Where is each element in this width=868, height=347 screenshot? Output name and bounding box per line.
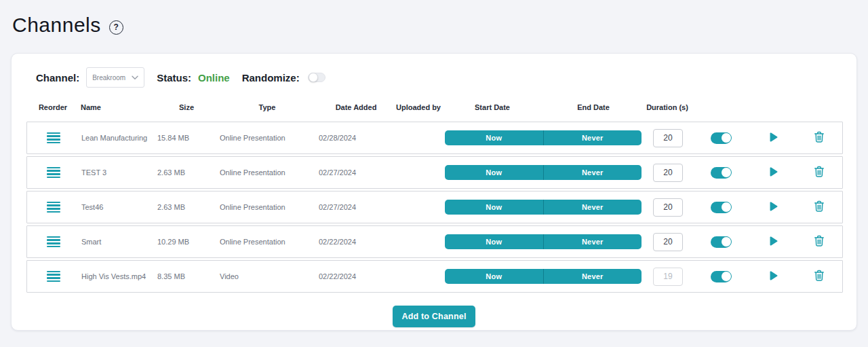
- toggle-knob: [309, 73, 318, 82]
- delete-cell: [795, 234, 844, 250]
- drag-handle-icon[interactable]: [47, 236, 60, 247]
- preview-cell: [750, 130, 795, 146]
- status-value: Online: [198, 72, 230, 84]
- play-icon: [766, 200, 779, 213]
- drag-handle-icon[interactable]: [47, 271, 60, 282]
- table-row: Lean Manufacturing 15.84 MB Online Prese…: [26, 122, 843, 154]
- start-date-button[interactable]: Now: [445, 269, 544, 284]
- name-cell: High Vis Vests.mp4: [80, 272, 156, 280]
- channel-card: Channel: Breakroom Status: Online Random…: [11, 53, 857, 331]
- preview-cell: [750, 269, 795, 285]
- enabled-cell: [692, 236, 750, 248]
- delete-button[interactable]: [812, 199, 826, 215]
- reorder-cell: [27, 132, 80, 143]
- table-body: Lean Manufacturing 15.84 MB Online Prese…: [26, 122, 843, 293]
- col-header-end-date: End Date: [543, 103, 644, 111]
- play-button[interactable]: [766, 200, 779, 215]
- size-cell: 2.63 MB: [156, 203, 218, 211]
- randomize-label: Randomize:: [242, 72, 300, 84]
- table-row: Test46 2.63 MB Online Presentation 02/27…: [26, 191, 843, 223]
- schedule-buttons: Now Never: [445, 130, 642, 145]
- date-added-cell: 02/27/2024: [317, 168, 396, 177]
- col-header-type: Type: [218, 103, 317, 111]
- add-to-channel-button[interactable]: Add to Channel: [393, 306, 475, 327]
- delete-button[interactable]: [812, 268, 826, 285]
- schedule-buttons: Now Never: [445, 269, 642, 284]
- table-row: Smart 10.29 MB Online Presentation 02/22…: [26, 225, 843, 258]
- channel-label: Channel:: [36, 72, 79, 84]
- drag-handle-icon[interactable]: [47, 167, 60, 178]
- start-date-button[interactable]: Now: [445, 165, 544, 180]
- enabled-toggle[interactable]: [711, 271, 731, 282]
- table-header-row: Reorder Name Size Type Date Added Upload…: [26, 97, 843, 117]
- type-cell: Online Presentation: [218, 168, 317, 177]
- duration-input[interactable]: [653, 198, 683, 217]
- col-header-name: Name: [79, 103, 155, 111]
- toggle-knob: [721, 271, 732, 282]
- drag-handle-icon[interactable]: [47, 132, 60, 143]
- trash-icon: [812, 164, 826, 179]
- enabled-cell: [692, 167, 750, 179]
- enabled-cell: [692, 132, 750, 144]
- end-date-button[interactable]: Never: [544, 130, 642, 145]
- enabled-toggle[interactable]: [711, 167, 731, 179]
- trash-icon: [812, 268, 826, 282]
- end-date-button[interactable]: Never: [544, 269, 642, 284]
- duration-cell: [644, 268, 692, 286]
- status-label: Status:: [157, 72, 191, 84]
- schedule-buttons: Now Never: [445, 165, 642, 180]
- date-added-cell: 02/27/2024: [317, 203, 396, 211]
- delete-button[interactable]: [812, 130, 826, 146]
- enabled-toggle[interactable]: [711, 236, 731, 248]
- channel-select[interactable]: Breakroom: [86, 67, 144, 88]
- preview-cell: [750, 200, 795, 215]
- reorder-cell: [27, 202, 80, 213]
- table-row: TEST 3 2.63 MB Online Presentation 02/27…: [26, 156, 843, 189]
- type-cell: Online Presentation: [218, 203, 317, 211]
- duration-input[interactable]: [653, 268, 683, 286]
- col-header-uploaded-by: Uploaded by: [395, 103, 441, 111]
- type-cell: Online Presentation: [218, 134, 317, 142]
- duration-input[interactable]: [653, 129, 683, 147]
- size-cell: 15.84 MB: [156, 134, 218, 142]
- help-icon[interactable]: ?: [109, 20, 123, 35]
- delete-button[interactable]: [812, 164, 826, 181]
- duration-input[interactable]: [653, 164, 683, 182]
- schedule-buttons: Now Never: [445, 200, 642, 215]
- start-date-button[interactable]: Now: [445, 234, 544, 249]
- drag-handle-icon[interactable]: [47, 202, 60, 213]
- play-button[interactable]: [766, 234, 779, 250]
- media-table: Reorder Name Size Type Date Added Upload…: [26, 97, 843, 293]
- start-date-button[interactable]: Now: [445, 200, 544, 215]
- preview-cell: [750, 165, 795, 181]
- size-cell: 8.35 MB: [156, 272, 218, 280]
- table-row: High Vis Vests.mp4 8.35 MB Video 02/22/2…: [26, 260, 843, 293]
- page-title: Channels: [12, 14, 101, 37]
- play-button[interactable]: [766, 130, 779, 146]
- trash-icon: [812, 234, 826, 248]
- toggle-knob: [721, 236, 732, 247]
- name-cell: Lean Manufacturing: [80, 134, 156, 142]
- end-date-button[interactable]: Never: [544, 165, 642, 180]
- name-cell: Smart: [80, 238, 156, 246]
- delete-cell: [795, 130, 844, 146]
- enabled-toggle[interactable]: [711, 132, 731, 144]
- duration-cell: [644, 198, 692, 217]
- randomize-toggle[interactable]: [308, 73, 326, 82]
- col-header-start-date: Start Date: [441, 103, 543, 111]
- date-added-cell: 02/28/2024: [317, 134, 396, 142]
- delete-button[interactable]: [812, 234, 826, 250]
- end-date-button[interactable]: Never: [544, 234, 642, 249]
- duration-cell: [644, 233, 692, 251]
- type-cell: Online Presentation: [218, 238, 317, 246]
- duration-input[interactable]: [653, 233, 683, 251]
- enabled-toggle[interactable]: [711, 202, 731, 213]
- start-date-button[interactable]: Now: [445, 130, 544, 145]
- chevron-down-icon: [132, 75, 138, 80]
- schedule-buttons: Now Never: [445, 234, 642, 249]
- end-date-button[interactable]: Never: [544, 200, 642, 215]
- name-cell: TEST 3: [80, 168, 156, 177]
- play-button[interactable]: [766, 165, 779, 181]
- play-button[interactable]: [766, 269, 779, 285]
- duration-cell: [644, 164, 692, 182]
